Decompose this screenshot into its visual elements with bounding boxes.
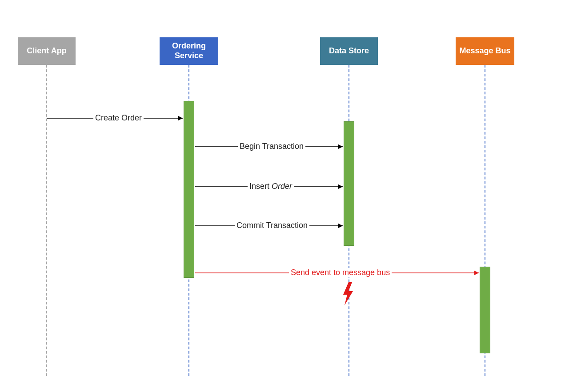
participant-datastore-label: Data Store	[329, 46, 369, 56]
participant-messagebus-label: Message Bus	[459, 46, 510, 56]
msg-create-order: Create Order	[93, 113, 144, 123]
participant-data-store: Data Store	[320, 37, 378, 65]
activation-messagebus	[480, 267, 490, 353]
participant-client-label: Client App	[27, 46, 66, 56]
lightning-icon	[343, 282, 353, 305]
msg-send-event: Send event to message bus	[289, 268, 392, 277]
participant-ordering-service: Ordering Service	[160, 37, 218, 65]
participant-message-bus: Message Bus	[456, 37, 514, 65]
msg-insert-order: Insert Order	[248, 182, 294, 191]
activation-ordering	[184, 101, 194, 278]
lifeline-client	[46, 65, 47, 376]
activation-datastore	[344, 121, 354, 246]
msg-commit-transaction: Commit Transaction	[235, 221, 309, 230]
participant-ordering-label: Ordering Service	[163, 41, 215, 60]
msg-begin-transaction: Begin Transaction	[238, 142, 305, 151]
participant-client-app: Client App	[18, 37, 76, 65]
